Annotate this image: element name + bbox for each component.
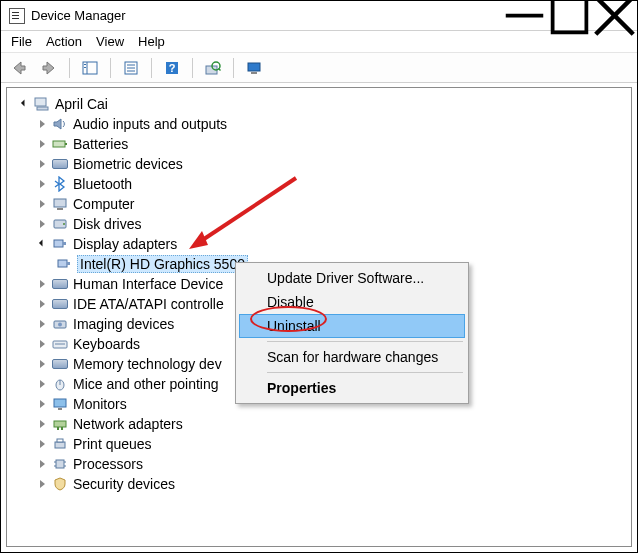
- context-menu: Update Driver Software... Disable Uninst…: [235, 262, 469, 404]
- tree-node-label: Bluetooth: [73, 176, 132, 192]
- svg-rect-1: [553, 0, 587, 32]
- tree-node-label: Batteries: [73, 136, 128, 152]
- svg-rect-20: [37, 107, 48, 110]
- tree-node-label: Monitors: [73, 396, 127, 412]
- svg-rect-41: [61, 427, 63, 430]
- biometric-icon: [51, 156, 69, 172]
- tree-node-label: Audio inputs and outputs: [73, 116, 227, 132]
- expand-arrow-icon[interactable]: [35, 457, 49, 471]
- tree-node-label: Biometric devices: [73, 156, 183, 172]
- tree-node-disk[interactable]: Disk drives: [11, 214, 627, 234]
- toolbar-separator: [192, 58, 193, 78]
- tree-node-batteries[interactable]: Batteries: [11, 134, 627, 154]
- titlebar: Device Manager: [1, 1, 637, 31]
- tree-node-computer[interactable]: Computer: [11, 194, 627, 214]
- expand-arrow-icon[interactable]: [35, 337, 49, 351]
- menu-file[interactable]: File: [11, 34, 32, 49]
- properties-button[interactable]: [119, 56, 143, 80]
- disk-icon: [51, 216, 69, 232]
- svg-rect-6: [84, 64, 86, 65]
- menu-action[interactable]: Action: [46, 34, 82, 49]
- expand-arrow-icon[interactable]: [35, 197, 49, 211]
- close-button[interactable]: [592, 1, 637, 30]
- menu-help[interactable]: Help: [138, 34, 165, 49]
- expand-arrow-icon[interactable]: [35, 137, 49, 151]
- tree-node-bluetooth[interactable]: Bluetooth: [11, 174, 627, 194]
- tree-node-label: IDE ATA/ATAPI controlle: [73, 296, 224, 312]
- toolbar-separator: [69, 58, 70, 78]
- tree-node-label: Keyboards: [73, 336, 140, 352]
- monitor-icon: [51, 396, 69, 412]
- expand-arrow-icon[interactable]: [35, 217, 49, 231]
- battery-icon: [51, 136, 69, 152]
- tree-node-label: Memory technology dev: [73, 356, 222, 372]
- expand-arrow-icon[interactable]: [35, 157, 49, 171]
- menu-view[interactable]: View: [96, 34, 124, 49]
- help-button[interactable]: ?: [160, 56, 184, 80]
- minimize-button[interactable]: [502, 1, 547, 30]
- tree-node-network[interactable]: Network adapters: [11, 414, 627, 434]
- monitor-button[interactable]: [242, 56, 266, 80]
- expand-arrow-icon[interactable]: [35, 297, 49, 311]
- back-button[interactable]: [7, 56, 31, 80]
- toolbar: ?: [1, 53, 637, 83]
- svg-rect-18: [251, 72, 257, 74]
- expand-arrow-icon[interactable]: [35, 237, 49, 251]
- tree-node-audio[interactable]: Audio inputs and outputs: [11, 114, 627, 134]
- bluetooth-icon: [51, 176, 69, 192]
- expand-arrow-icon[interactable]: [35, 177, 49, 191]
- mouse-icon: [51, 376, 69, 392]
- tree-node-biometric[interactable]: Biometric devices: [11, 154, 627, 174]
- expand-arrow-icon[interactable]: [35, 317, 49, 331]
- toolbar-separator: [110, 58, 111, 78]
- expand-arrow-icon[interactable]: [17, 97, 31, 111]
- context-separator: [267, 372, 463, 373]
- expand-arrow-icon[interactable]: [35, 417, 49, 431]
- computer-icon: [33, 96, 51, 112]
- svg-rect-37: [54, 399, 66, 407]
- toolbar-separator: [151, 58, 152, 78]
- window-controls: [502, 1, 637, 30]
- scan-hardware-button[interactable]: [201, 56, 225, 80]
- tree-node-label: Network adapters: [73, 416, 183, 432]
- maximize-button[interactable]: [547, 1, 592, 30]
- tree-node-display[interactable]: Display adapters: [11, 234, 627, 254]
- context-uninstall[interactable]: Uninstall: [239, 314, 465, 338]
- tree-root[interactable]: April Cai: [11, 94, 627, 114]
- context-update-driver[interactable]: Update Driver Software...: [239, 266, 465, 290]
- ide-icon: [51, 296, 69, 312]
- svg-rect-43: [57, 439, 63, 442]
- tree-node-label: Print queues: [73, 436, 152, 452]
- tree-node-processors[interactable]: Processors: [11, 454, 627, 474]
- expand-arrow-icon[interactable]: [35, 377, 49, 391]
- tree-node-label: Security devices: [73, 476, 175, 492]
- expand-arrow-icon[interactable]: [35, 117, 49, 131]
- svg-rect-19: [35, 98, 46, 106]
- printer-icon: [51, 436, 69, 452]
- hid-icon: [51, 276, 69, 292]
- tree-node-security[interactable]: Security devices: [11, 474, 627, 494]
- expand-arrow-icon[interactable]: [35, 437, 49, 451]
- tree-node-label: Intel(R) HD Graphics 5500: [77, 255, 248, 273]
- context-properties[interactable]: Properties: [239, 376, 465, 400]
- expand-arrow-icon[interactable]: [35, 477, 49, 491]
- show-hide-tree-button[interactable]: [78, 56, 102, 80]
- computer-category-icon: [51, 196, 69, 212]
- display-adapter-icon: [51, 236, 69, 252]
- expand-arrow-icon[interactable]: [35, 277, 49, 291]
- tree-node-print[interactable]: Print queues: [11, 434, 627, 454]
- imaging-icon: [51, 316, 69, 332]
- svg-text:?: ?: [169, 62, 176, 74]
- memory-icon: [51, 356, 69, 372]
- svg-point-26: [63, 223, 65, 225]
- expand-arrow-icon[interactable]: [35, 357, 49, 371]
- context-scan[interactable]: Scan for hardware changes: [239, 345, 465, 369]
- audio-icon: [51, 116, 69, 132]
- svg-rect-29: [58, 260, 67, 267]
- expand-arrow-icon[interactable]: [35, 397, 49, 411]
- svg-rect-27: [54, 240, 63, 247]
- processor-icon: [51, 456, 69, 472]
- forward-button[interactable]: [37, 56, 61, 80]
- context-disable[interactable]: Disable: [239, 290, 465, 314]
- tree-node-label: Computer: [73, 196, 134, 212]
